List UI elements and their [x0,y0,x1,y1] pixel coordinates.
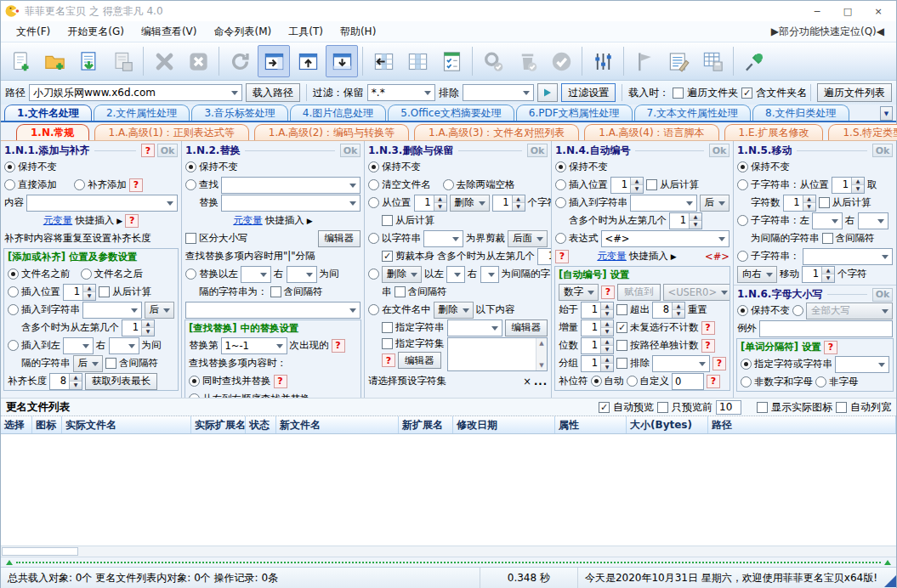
p1-insert-pos-radio[interactable] [8,286,19,297]
p3-editor-button[interactable]: 编辑器 [505,319,548,336]
p3-keep-radio[interactable] [368,161,379,172]
p4-start-spinner[interactable]: 1▲▼ [581,302,614,319]
p4-custom-input[interactable] [672,373,704,390]
p3-pos-spinner[interactable]: 1▲▼ [414,195,447,212]
p4-auto-radio[interactable] [591,376,602,387]
p4-assign-target-dropdown[interactable]: <USER0> [663,284,730,301]
traverse-file-list-button[interactable]: 遍历文件列表 [817,83,892,102]
p5-substr-combo[interactable] [803,248,894,265]
more-options-icon[interactable]: ... [534,376,548,387]
p2-find-combo[interactable] [221,177,361,194]
p6-case-dropdown[interactable]: 全部大写 [806,302,893,319]
p4-overflow-checkbox[interactable] [616,304,627,315]
subtab-mapping-list[interactable]: 1.A.高级(3)：文件名对照列表 [414,124,579,140]
help-button[interactable]: ? [274,375,287,388]
p4-exclude-checkbox[interactable] [616,358,627,369]
tab-text-attr[interactable]: 7.文本文件属性处理 [634,105,751,121]
spin-down-icon[interactable]: ▼ [631,185,643,193]
col-actual-ext[interactable]: 实际扩展名 [191,416,246,433]
move-column-left-icon[interactable] [367,45,400,77]
p4-step-spinner[interactable]: 1▲▼ [581,319,614,336]
p4-insert-string-combo[interactable] [630,195,697,212]
preview-count-input[interactable] [716,400,741,415]
p3-clear-name-radio[interactable] [368,179,379,190]
p6-spec-chars-radio[interactable] [741,359,752,370]
help-button[interactable]: ? [701,339,715,353]
p5-right-combo[interactable] [858,212,888,229]
p2-case-checkbox[interactable] [185,233,196,244]
spin-down-icon[interactable]: ▼ [690,221,701,229]
p3-preset-combo[interactable]: 请选择预设字符集 [368,375,446,387]
spin-up-icon[interactable]: ▲ [83,285,95,293]
splitter-bar[interactable] [1,557,896,567]
help-button[interactable]: ? [712,357,726,370]
show-icons-checkbox[interactable] [757,402,768,413]
spin-up-icon[interactable]: ▲ [803,195,815,204]
spin-up-icon[interactable]: ▲ [673,302,684,311]
splitter-handle-icon[interactable] [884,560,891,565]
ok-button[interactable]: Ok [872,288,893,302]
p1-multi-spinner[interactable]: 1▲▼ [122,319,155,336]
p3-spec-string-combo[interactable] [447,319,502,336]
p2-nth-combo[interactable]: 1~-1 [221,337,287,354]
spin-up-icon[interactable]: ▲ [690,213,701,222]
p2-editor-button[interactable]: 编辑器 [318,230,361,247]
p4-before-after-dropdown[interactable]: 后 [700,195,730,212]
p4-overflow-spinner[interactable]: 8▲▼ [652,302,685,319]
p2-keep-radio[interactable] [185,161,196,172]
spin-down-icon[interactable]: ▼ [434,203,446,211]
spin-down-icon[interactable]: ▼ [601,346,613,353]
p1-insert-between-radio[interactable] [8,340,19,351]
p4-keep-radio[interactable] [555,161,566,172]
p4-digits-spinner[interactable]: 1▲▼ [581,337,614,354]
p4-expr-tag[interactable]: <#> [705,251,730,263]
p5-substr-radio[interactable] [737,251,748,262]
quick-locate-button[interactable]: ▶部分功能快速定位(Q)◀ [771,25,889,39]
p3-from-end-checkbox[interactable] [382,215,393,226]
minimize-button[interactable]: ─ [803,3,832,20]
menu-help[interactable]: 帮助(H) [332,22,384,42]
p1-keep-radio[interactable] [4,161,15,172]
p3-right-combo[interactable] [480,266,499,283]
subtab-script[interactable]: 1.A.高级(4)：语言脚本 [584,124,718,140]
p6-non-alpha-radio[interactable] [815,376,826,387]
spin-up-icon[interactable]: ▲ [142,320,154,329]
p3-delete-dropdown2[interactable]: 删除 [382,266,422,283]
p3-by-string-radio[interactable] [368,233,379,244]
p4-uncheck-nocount-checkbox[interactable] [616,322,627,333]
spin-up-icon[interactable]: ▲ [434,195,446,204]
ok-button[interactable]: Ok [872,144,893,157]
p3-count-spinner[interactable]: 1▲▼ [492,195,525,212]
panel-down-icon[interactable] [326,45,358,77]
refresh-icon[interactable] [224,45,256,77]
p4-pos-spinner[interactable]: 1▲▼ [610,177,644,194]
spin-up-icon[interactable]: ▲ [601,320,613,329]
preview-first-checkbox[interactable] [657,402,668,413]
spin-up-icon[interactable]: ▲ [70,374,82,382]
p1-after-name-radio[interactable] [81,269,92,280]
p3-from-pos-radio[interactable] [368,197,379,208]
filter-keep-combo[interactable]: *.* [367,84,435,101]
ok-button[interactable]: Ok [340,144,361,157]
auto-width-checkbox[interactable] [836,402,847,413]
clear-icon[interactable]: × [523,376,531,387]
p2-sep-string-combo[interactable] [185,302,361,319]
p2-replace-combo[interactable] [221,195,361,212]
p5-include-sep-checkbox[interactable] [822,233,833,244]
spin-up-icon[interactable]: ▲ [631,178,643,186]
p4-expression-radio[interactable] [555,233,566,244]
p3-charset-textarea[interactable]: ▲▼ [447,337,548,371]
close-button[interactable]: × [864,3,893,20]
p3-multi-spinner[interactable]: 1▲▼ [537,248,551,265]
col-status[interactable]: 状态 [246,416,276,433]
spin-down-icon[interactable]: ▼ [822,274,834,282]
edit-list-icon[interactable] [662,45,695,77]
col-path[interactable]: 路径 [708,416,896,433]
p5-direction-dropdown[interactable]: 向右 [737,266,777,283]
arrow-right-icon[interactable]: ▶ [671,252,677,261]
p1-sep-before-after-dropdown[interactable]: 后 [73,355,104,372]
p2-right-combo[interactable] [287,266,317,283]
arrow-right-icon[interactable]: ▶ [116,217,122,225]
scroll-up-icon[interactable]: ▲ [539,340,543,347]
help-button[interactable]: ? [555,250,569,263]
